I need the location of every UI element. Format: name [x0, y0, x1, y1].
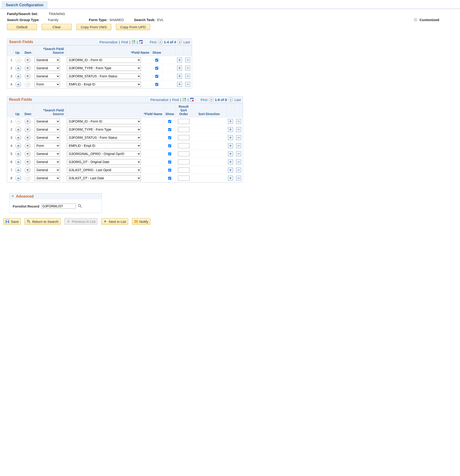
source-select[interactable]: General: [34, 127, 60, 132]
download-icon[interactable]: [139, 40, 143, 44]
sort-order-input[interactable]: [178, 143, 189, 148]
popout-icon[interactable]: [132, 40, 135, 44]
field-name-select[interactable]: G3FORM_STATUS - Form Status: [67, 73, 141, 79]
field-name-select[interactable]: EMPLID - Empl ID: [67, 143, 141, 148]
source-select[interactable]: Form: [34, 82, 60, 87]
show-checkbox[interactable]: [168, 136, 171, 139]
source-select[interactable]: General: [34, 135, 60, 140]
source-select[interactable]: General: [34, 57, 60, 63]
show-checkbox[interactable]: [168, 177, 171, 180]
move-down-icon[interactable]: [25, 167, 31, 173]
delete-row-icon[interactable]: −: [236, 176, 241, 181]
source-select[interactable]: General: [34, 65, 60, 71]
popout-icon[interactable]: [182, 98, 186, 102]
delete-row-icon[interactable]: −: [236, 143, 241, 148]
move-down-icon[interactable]: [25, 118, 31, 124]
sort-order-input[interactable]: [178, 159, 189, 164]
source-select[interactable]: Form: [34, 143, 60, 148]
show-checkbox[interactable]: [155, 67, 158, 70]
move-up-icon[interactable]: [15, 73, 21, 79]
add-row-icon[interactable]: +: [228, 168, 233, 173]
delete-row-icon[interactable]: −: [236, 168, 241, 173]
show-checkbox[interactable]: [168, 161, 171, 163]
show-checkbox[interactable]: [155, 83, 158, 86]
show-checkbox[interactable]: [168, 144, 171, 147]
move-up-icon[interactable]: [15, 167, 21, 173]
move-up-icon[interactable]: [15, 159, 21, 165]
move-down-icon[interactable]: [25, 151, 31, 157]
move-up-icon[interactable]: [15, 81, 21, 87]
find-link[interactable]: Find: [172, 98, 179, 102]
field-name-select[interactable]: G3FORM_TYPE - Form Type: [67, 127, 141, 132]
download-icon[interactable]: [190, 98, 194, 102]
show-checkbox[interactable]: [168, 153, 171, 155]
move-up-icon[interactable]: [15, 135, 21, 141]
delete-row-icon[interactable]: −: [185, 58, 190, 63]
source-select[interactable]: General: [34, 167, 60, 173]
collapse-icon[interactable]: [11, 194, 14, 198]
move-up-icon[interactable]: [15, 175, 21, 181]
add-row-icon[interactable]: +: [228, 151, 233, 156]
personalize-link[interactable]: Personalize: [150, 98, 168, 102]
sort-order-input[interactable]: [178, 176, 189, 181]
move-down-icon[interactable]: [25, 159, 31, 165]
tab-search-configuration[interactable]: Search Configuration: [2, 1, 48, 8]
show-checkbox[interactable]: [168, 120, 171, 123]
move-down-icon[interactable]: [25, 73, 31, 79]
move-up-icon[interactable]: [15, 151, 21, 157]
delete-row-icon[interactable]: −: [236, 119, 241, 124]
add-row-icon[interactable]: +: [228, 119, 233, 124]
show-checkbox[interactable]: [168, 169, 171, 172]
field-name-select[interactable]: G3FORM_ID - Form ID: [67, 119, 141, 124]
default-button[interactable]: Default: [7, 24, 37, 30]
copy-from-vws-button[interactable]: Copy From VWS: [76, 24, 111, 30]
move-down-icon[interactable]: [25, 57, 31, 63]
field-name-select[interactable]: G3FORM_TYPE - Form Type: [67, 65, 141, 71]
delete-row-icon[interactable]: −: [236, 151, 241, 156]
source-select[interactable]: General: [34, 159, 60, 165]
sort-order-input[interactable]: [178, 151, 189, 156]
add-row-icon[interactable]: +: [228, 143, 233, 148]
delete-row-icon[interactable]: −: [236, 127, 241, 132]
sort-order-input[interactable]: [178, 127, 189, 132]
show-checkbox[interactable]: [168, 128, 171, 131]
prev-page-icon[interactable]: [209, 97, 213, 102]
lookup-icon[interactable]: [78, 204, 82, 209]
source-select[interactable]: General: [34, 175, 60, 181]
copy-from-upd-button[interactable]: Copy From UPD: [116, 24, 150, 30]
move-down-icon[interactable]: [25, 143, 31, 149]
add-row-icon[interactable]: +: [177, 66, 182, 71]
next-in-list-button[interactable]: Next in List: [101, 218, 128, 225]
sort-order-input[interactable]: [178, 119, 189, 124]
field-name-select[interactable]: G3ORIGINAL_OPRID - Original OprID: [67, 151, 141, 157]
source-select[interactable]: General: [34, 151, 60, 157]
find-link[interactable]: Find: [121, 40, 128, 44]
delete-row-icon[interactable]: −: [185, 74, 190, 79]
delete-row-icon[interactable]: −: [185, 82, 190, 87]
field-name-select[interactable]: G3FORM_STATUS - Form Status: [67, 135, 141, 140]
formlist-record-input[interactable]: [41, 204, 76, 209]
add-row-icon[interactable]: +: [228, 159, 233, 164]
add-row-icon[interactable]: +: [228, 176, 233, 181]
save-button[interactable]: Save: [3, 218, 21, 225]
personalize-link[interactable]: Personalize: [99, 40, 117, 44]
field-name-select[interactable]: EMPLID - Empl ID: [67, 82, 141, 87]
move-up-icon[interactable]: [15, 127, 21, 133]
add-row-icon[interactable]: +: [228, 127, 233, 132]
return-to-search-button[interactable]: Return to Search: [25, 218, 60, 225]
move-up-icon[interactable]: [15, 65, 21, 71]
move-down-icon[interactable]: [25, 135, 31, 141]
notify-button[interactable]: Notify: [132, 218, 150, 225]
add-row-icon[interactable]: +: [228, 135, 233, 140]
add-row-icon[interactable]: +: [177, 74, 182, 79]
show-checkbox[interactable]: [155, 75, 158, 78]
source-select[interactable]: General: [34, 119, 60, 124]
delete-row-icon[interactable]: −: [236, 159, 241, 164]
field-name-select[interactable]: G3FORM_ID - Form ID: [67, 57, 141, 63]
add-row-icon[interactable]: +: [177, 82, 182, 87]
delete-row-icon[interactable]: −: [236, 135, 241, 140]
field-name-select[interactable]: G3ORIG_DT - Original Date: [67, 159, 141, 165]
source-select[interactable]: General: [34, 73, 60, 79]
clear-button[interactable]: Clear: [42, 24, 72, 30]
field-name-select[interactable]: G3LAST_OPRID - Last Oprid: [67, 167, 141, 173]
